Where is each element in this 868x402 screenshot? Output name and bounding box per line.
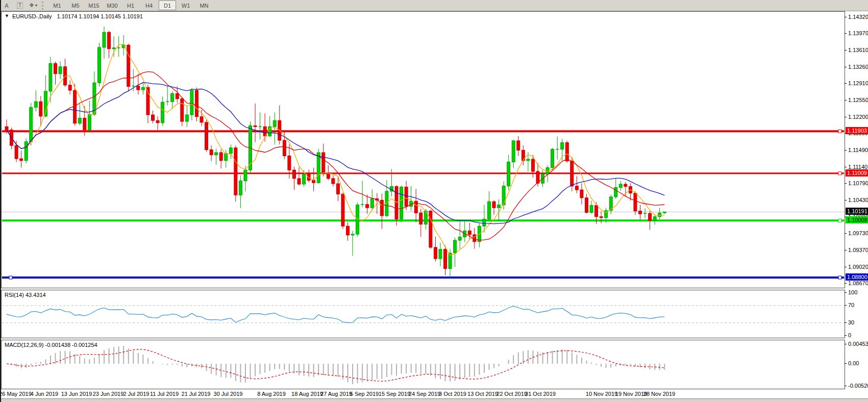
cursor-a-tool[interactable]: A — [1, 1, 12, 10]
rsi-axis-label: 100 — [848, 289, 857, 295]
level-line-handle[interactable] — [838, 172, 841, 175]
text-label-icon: T — [17, 2, 23, 9]
axis-tick — [845, 50, 847, 51]
level-line-handle[interactable] — [9, 276, 12, 279]
candle-body — [517, 141, 520, 150]
candle-body — [152, 115, 155, 120]
date-axis-label: 24 Sep 2019 — [409, 391, 440, 397]
macd-axis-label: -0.005205 — [848, 383, 868, 389]
date-axis-label: 30 Jul 2019 — [214, 391, 243, 397]
candle-body — [273, 120, 276, 127]
rsi-indicator-panel[interactable]: RSI(14) 43.4314 — [1, 290, 845, 338]
timeframe-button-w1[interactable]: W1 — [177, 1, 194, 10]
candle-body — [600, 217, 603, 218]
trading-platform-window: { "toolbar": { "tools": [ {"name":"curso… — [0, 0, 868, 402]
date-axis-label: 2 Jul 2019 — [123, 391, 150, 397]
candle-body — [215, 153, 218, 155]
timeframe-button-m5[interactable]: M5 — [67, 1, 84, 10]
candle-body — [483, 219, 486, 226]
price-axis-label: 1.11490 — [848, 147, 868, 153]
date-axis-label: 23 Jun 2019 — [93, 391, 124, 397]
macd-label: MACD(12,26,9) -0.001438 -0.001254 — [5, 342, 97, 348]
timeframe-button-h4[interactable]: H4 — [140, 1, 158, 10]
candle-body — [663, 212, 666, 213]
axis-tick — [845, 344, 847, 344]
timeframe-button-d1[interactable]: D1 — [159, 1, 176, 10]
macd-axis-label: 0.004536 — [848, 341, 868, 347]
candle-body — [78, 118, 81, 123]
main-chart-panel[interactable]: ▼ EURUSD-,Daily 1.10174 1.10194 1.10145 … — [1, 11, 845, 288]
price-badge: 1.10008 — [846, 216, 868, 223]
candle-body — [195, 90, 198, 117]
chart-dropdown-icon[interactable]: ▼ — [5, 13, 9, 19]
axis-tick — [845, 83, 847, 84]
candle-body — [341, 194, 344, 226]
axis-tick — [845, 283, 847, 284]
candle-body — [380, 200, 383, 216]
price-axis-label: 1.10790 — [848, 180, 868, 186]
timeframe-button-h1[interactable]: H1 — [122, 1, 139, 10]
axis-tick — [845, 305, 847, 306]
candle-body — [234, 148, 237, 195]
date-axis-label: 5 Sep 2019 — [350, 391, 379, 397]
axis-tick — [845, 117, 847, 117]
axis-tick — [845, 67, 847, 67]
axis-tick — [845, 167, 847, 167]
rsi-line — [7, 306, 664, 322]
candle-body — [185, 115, 188, 121]
axis-tick — [845, 267, 847, 267]
candle-body — [312, 181, 315, 183]
level-line-handle[interactable] — [838, 130, 841, 133]
candle-body — [292, 170, 295, 179]
candle-body — [239, 181, 242, 195]
chart-title: ▼ EURUSD-,Daily 1.10174 1.10194 1.10145 … — [5, 13, 143, 19]
candle-body — [512, 141, 515, 162]
candle-body — [492, 202, 495, 208]
time-axis[interactable]: 26 May 20194 Jun 201913 Jun 201923 Jun 2… — [1, 389, 844, 398]
candle-body — [88, 114, 91, 130]
price-axis-label: 1.08670 — [848, 280, 868, 286]
axis-tick — [845, 363, 847, 364]
candle-body — [527, 159, 530, 161]
price-badge: 1.08800 — [846, 273, 868, 281]
candle-body — [127, 45, 130, 86]
toolbar-separator — [42, 2, 46, 10]
candle-body — [283, 140, 286, 156]
rsi-line-chart[interactable] — [2, 290, 845, 338]
candle-body — [444, 249, 447, 269]
timeframe-button-mn[interactable]: MN — [195, 1, 213, 10]
candlestick-chart[interactable] — [2, 12, 845, 288]
candle-body — [254, 125, 257, 127]
date-axis-label: 8 Aug 2019 — [257, 391, 286, 397]
date-axis-label: 3 Oct 2019 — [439, 391, 466, 397]
timeframe-button-m30[interactable]: M30 — [104, 1, 121, 10]
candle-body — [327, 173, 330, 179]
date-axis-label: 15 Sep 2019 — [379, 391, 410, 397]
candle-body — [571, 161, 574, 186]
level-line-handle[interactable] — [838, 219, 841, 222]
candle-body — [649, 213, 652, 220]
timeframe-button-m1[interactable]: M1 — [48, 1, 66, 10]
axis-tick — [845, 322, 847, 323]
timeframe-button-m15[interactable]: M15 — [85, 1, 103, 10]
dropdown-caret-icon[interactable]: ▾ — [35, 3, 37, 8]
axis-tick — [845, 17, 847, 17]
candle-body — [507, 162, 510, 186]
candle-body — [498, 205, 501, 208]
date-axis-label: 19 Nov 2019 — [615, 391, 647, 397]
axis-tick — [845, 233, 847, 234]
date-axis-label: 31 Oct 2019 — [525, 391, 556, 397]
candle-body — [639, 211, 642, 214]
candle-body — [34, 102, 37, 107]
candle-body — [244, 170, 247, 181]
macd-indicator-panel[interactable]: MACD(12,26,9) -0.001438 -0.001254 — [1, 340, 845, 389]
price-axis-label: 1.13260 — [848, 64, 868, 70]
date-axis-label: 11 Jul 2019 — [150, 391, 179, 397]
level-line-handle[interactable] — [838, 276, 841, 279]
text-label-tool[interactable]: T — [14, 1, 26, 10]
price-badge: 1.10191 — [846, 208, 868, 215]
bottom-window-strip — [0, 398, 868, 402]
macd-histogram-chart[interactable] — [2, 340, 845, 389]
candle-body — [614, 187, 617, 196]
arrows-tool[interactable]: ❖▾ — [28, 1, 39, 10]
